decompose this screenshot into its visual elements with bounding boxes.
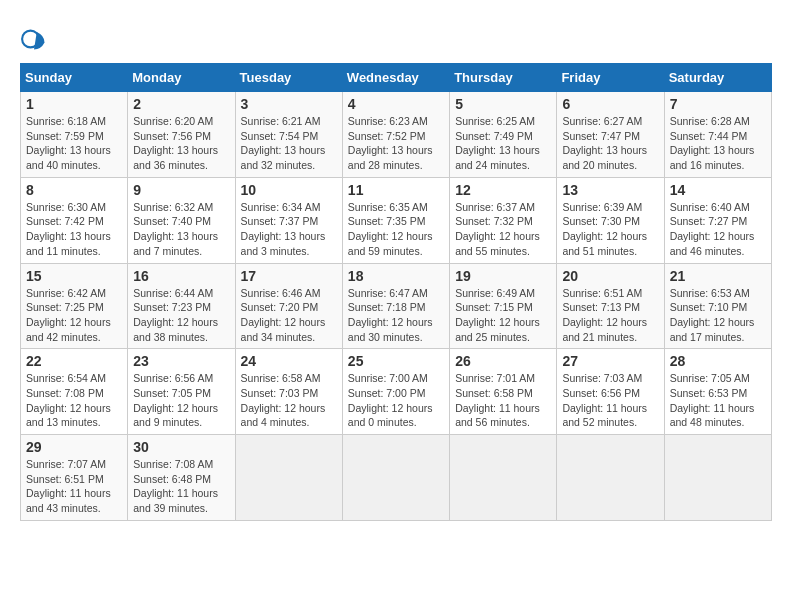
calendar-cell: 25 Sunrise: 7:00 AM Sunset: 7:00 PM Dayl… [342, 349, 449, 435]
day-number: 26 [455, 353, 551, 369]
day-number: 30 [133, 439, 229, 455]
header-cell-thursday: Thursday [450, 64, 557, 92]
header-cell-saturday: Saturday [664, 64, 771, 92]
calendar-cell: 2 Sunrise: 6:20 AM Sunset: 7:56 PM Dayli… [128, 92, 235, 178]
day-number: 14 [670, 182, 766, 198]
header-cell-sunday: Sunday [21, 64, 128, 92]
day-info: Sunrise: 6:49 AM Sunset: 7:15 PM Dayligh… [455, 286, 551, 345]
day-info: Sunrise: 6:21 AM Sunset: 7:54 PM Dayligh… [241, 114, 337, 173]
calendar-cell: 15 Sunrise: 6:42 AM Sunset: 7:25 PM Dayl… [21, 263, 128, 349]
day-number: 4 [348, 96, 444, 112]
day-number: 1 [26, 96, 122, 112]
day-info: Sunrise: 6:53 AM Sunset: 7:10 PM Dayligh… [670, 286, 766, 345]
logo [20, 25, 52, 53]
day-info: Sunrise: 6:23 AM Sunset: 7:52 PM Dayligh… [348, 114, 444, 173]
day-info: Sunrise: 6:56 AM Sunset: 7:05 PM Dayligh… [133, 371, 229, 430]
calendar-cell [235, 435, 342, 521]
calendar-cell: 7 Sunrise: 6:28 AM Sunset: 7:44 PM Dayli… [664, 92, 771, 178]
header-cell-monday: Monday [128, 64, 235, 92]
calendar-cell [664, 435, 771, 521]
day-number: 15 [26, 268, 122, 284]
day-info: Sunrise: 6:27 AM Sunset: 7:47 PM Dayligh… [562, 114, 658, 173]
header-cell-wednesday: Wednesday [342, 64, 449, 92]
calendar-cell: 21 Sunrise: 6:53 AM Sunset: 7:10 PM Dayl… [664, 263, 771, 349]
day-number: 8 [26, 182, 122, 198]
day-number: 29 [26, 439, 122, 455]
day-info: Sunrise: 6:32 AM Sunset: 7:40 PM Dayligh… [133, 200, 229, 259]
day-info: Sunrise: 6:18 AM Sunset: 7:59 PM Dayligh… [26, 114, 122, 173]
day-number: 10 [241, 182, 337, 198]
calendar-cell: 16 Sunrise: 6:44 AM Sunset: 7:23 PM Dayl… [128, 263, 235, 349]
calendar-cell: 30 Sunrise: 7:08 AM Sunset: 6:48 PM Dayl… [128, 435, 235, 521]
calendar-cell: 4 Sunrise: 6:23 AM Sunset: 7:52 PM Dayli… [342, 92, 449, 178]
day-number: 6 [562, 96, 658, 112]
day-info: Sunrise: 6:20 AM Sunset: 7:56 PM Dayligh… [133, 114, 229, 173]
calendar-week-4: 29 Sunrise: 7:07 AM Sunset: 6:51 PM Dayl… [21, 435, 772, 521]
calendar-cell: 22 Sunrise: 6:54 AM Sunset: 7:08 PM Dayl… [21, 349, 128, 435]
day-info: Sunrise: 6:40 AM Sunset: 7:27 PM Dayligh… [670, 200, 766, 259]
day-number: 24 [241, 353, 337, 369]
calendar-cell: 20 Sunrise: 6:51 AM Sunset: 7:13 PM Dayl… [557, 263, 664, 349]
calendar-cell: 26 Sunrise: 7:01 AM Sunset: 6:58 PM Dayl… [450, 349, 557, 435]
calendar-cell: 18 Sunrise: 6:47 AM Sunset: 7:18 PM Dayl… [342, 263, 449, 349]
calendar-cell: 12 Sunrise: 6:37 AM Sunset: 7:32 PM Dayl… [450, 177, 557, 263]
day-info: Sunrise: 7:05 AM Sunset: 6:53 PM Dayligh… [670, 371, 766, 430]
day-info: Sunrise: 6:47 AM Sunset: 7:18 PM Dayligh… [348, 286, 444, 345]
calendar-cell: 11 Sunrise: 6:35 AM Sunset: 7:35 PM Dayl… [342, 177, 449, 263]
day-number: 18 [348, 268, 444, 284]
day-number: 23 [133, 353, 229, 369]
calendar-cell: 27 Sunrise: 7:03 AM Sunset: 6:56 PM Dayl… [557, 349, 664, 435]
calendar-table: SundayMondayTuesdayWednesdayThursdayFrid… [20, 63, 772, 521]
calendar-cell: 5 Sunrise: 6:25 AM Sunset: 7:49 PM Dayli… [450, 92, 557, 178]
day-info: Sunrise: 6:37 AM Sunset: 7:32 PM Dayligh… [455, 200, 551, 259]
calendar-cell: 19 Sunrise: 6:49 AM Sunset: 7:15 PM Dayl… [450, 263, 557, 349]
calendar-cell [450, 435, 557, 521]
header-cell-tuesday: Tuesday [235, 64, 342, 92]
day-info: Sunrise: 7:00 AM Sunset: 7:00 PM Dayligh… [348, 371, 444, 430]
day-info: Sunrise: 6:51 AM Sunset: 7:13 PM Dayligh… [562, 286, 658, 345]
calendar-body: 1 Sunrise: 6:18 AM Sunset: 7:59 PM Dayli… [21, 92, 772, 521]
day-number: 2 [133, 96, 229, 112]
day-info: Sunrise: 6:58 AM Sunset: 7:03 PM Dayligh… [241, 371, 337, 430]
header-cell-friday: Friday [557, 64, 664, 92]
day-info: Sunrise: 6:44 AM Sunset: 7:23 PM Dayligh… [133, 286, 229, 345]
day-info: Sunrise: 6:28 AM Sunset: 7:44 PM Dayligh… [670, 114, 766, 173]
day-number: 16 [133, 268, 229, 284]
calendar-cell [557, 435, 664, 521]
calendar-cell [342, 435, 449, 521]
day-number: 25 [348, 353, 444, 369]
day-number: 22 [26, 353, 122, 369]
calendar-week-1: 8 Sunrise: 6:30 AM Sunset: 7:42 PM Dayli… [21, 177, 772, 263]
day-number: 12 [455, 182, 551, 198]
day-number: 21 [670, 268, 766, 284]
day-info: Sunrise: 6:54 AM Sunset: 7:08 PM Dayligh… [26, 371, 122, 430]
day-number: 9 [133, 182, 229, 198]
day-info: Sunrise: 7:08 AM Sunset: 6:48 PM Dayligh… [133, 457, 229, 516]
day-info: Sunrise: 7:03 AM Sunset: 6:56 PM Dayligh… [562, 371, 658, 430]
day-number: 17 [241, 268, 337, 284]
day-number: 27 [562, 353, 658, 369]
day-number: 13 [562, 182, 658, 198]
calendar-cell: 9 Sunrise: 6:32 AM Sunset: 7:40 PM Dayli… [128, 177, 235, 263]
calendar-cell: 13 Sunrise: 6:39 AM Sunset: 7:30 PM Dayl… [557, 177, 664, 263]
calendar-cell: 1 Sunrise: 6:18 AM Sunset: 7:59 PM Dayli… [21, 92, 128, 178]
calendar-cell: 10 Sunrise: 6:34 AM Sunset: 7:37 PM Dayl… [235, 177, 342, 263]
calendar-header-row: SundayMondayTuesdayWednesdayThursdayFrid… [21, 64, 772, 92]
day-info: Sunrise: 7:07 AM Sunset: 6:51 PM Dayligh… [26, 457, 122, 516]
calendar-cell: 28 Sunrise: 7:05 AM Sunset: 6:53 PM Dayl… [664, 349, 771, 435]
day-number: 5 [455, 96, 551, 112]
calendar-cell: 23 Sunrise: 6:56 AM Sunset: 7:05 PM Dayl… [128, 349, 235, 435]
calendar-cell: 14 Sunrise: 6:40 AM Sunset: 7:27 PM Dayl… [664, 177, 771, 263]
calendar-week-3: 22 Sunrise: 6:54 AM Sunset: 7:08 PM Dayl… [21, 349, 772, 435]
day-info: Sunrise: 6:34 AM Sunset: 7:37 PM Dayligh… [241, 200, 337, 259]
calendar-cell: 3 Sunrise: 6:21 AM Sunset: 7:54 PM Dayli… [235, 92, 342, 178]
day-number: 7 [670, 96, 766, 112]
day-info: Sunrise: 6:46 AM Sunset: 7:20 PM Dayligh… [241, 286, 337, 345]
day-info: Sunrise: 6:42 AM Sunset: 7:25 PM Dayligh… [26, 286, 122, 345]
day-info: Sunrise: 7:01 AM Sunset: 6:58 PM Dayligh… [455, 371, 551, 430]
calendar-cell: 8 Sunrise: 6:30 AM Sunset: 7:42 PM Dayli… [21, 177, 128, 263]
day-number: 19 [455, 268, 551, 284]
day-info: Sunrise: 6:25 AM Sunset: 7:49 PM Dayligh… [455, 114, 551, 173]
calendar-cell: 6 Sunrise: 6:27 AM Sunset: 7:47 PM Dayli… [557, 92, 664, 178]
header [20, 20, 772, 53]
